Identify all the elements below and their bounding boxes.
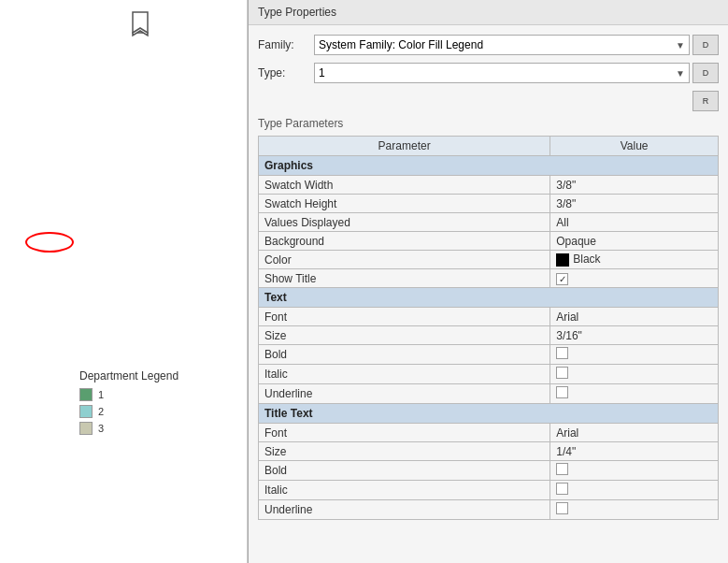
table-row: Swatch Height3/8": [259, 195, 719, 213]
family-row: Family: System Family: Color Fill Legend…: [258, 35, 719, 55]
family-value: System Family: Color Fill Legend: [319, 38, 676, 51]
table-row: Swatch Width3/8": [259, 176, 719, 195]
legend-label-3: 3: [98, 423, 104, 434]
param-value-cell[interactable]: [550, 500, 719, 520]
checkbox[interactable]: [556, 386, 568, 398]
dept-legend: Department Legend 1 2 3: [79, 369, 178, 439]
type-row: Type: 1 ▼ D: [258, 63, 719, 83]
type-label: Type:: [258, 66, 314, 79]
param-name-cell: Swatch Height: [259, 195, 550, 213]
checkbox[interactable]: [556, 502, 568, 514]
checkbox[interactable]: [556, 483, 568, 495]
dept-legend-title: Department Legend: [79, 369, 178, 383]
param-value-cell[interactable]: [550, 461, 719, 481]
dropdown-arrow-icon: ▼: [676, 68, 685, 79]
legend-swatch-1: [79, 388, 93, 401]
color-swatch: [556, 253, 569, 267]
param-value-cell: Black: [550, 251, 719, 269]
dialog-body: Family: System Family: Color Fill Legend…: [249, 25, 728, 529]
type-parameters-label: Type Parameters: [258, 117, 719, 130]
param-name-cell: Show Title: [259, 269, 550, 288]
table-section-header: Graphics: [259, 156, 719, 176]
param-name-cell: Swatch Width: [259, 176, 550, 195]
param-value-cell: Arial: [550, 308, 719, 326]
canvas-area: Department Legend 1 2 3: [0, 0, 248, 563]
type-value: 1: [319, 66, 676, 79]
param-name-cell: Font: [259, 424, 550, 442]
table-section-header: Text: [259, 288, 719, 308]
legend-swatch-2: [79, 405, 93, 418]
section-header-label: Graphics: [259, 156, 719, 176]
family-select[interactable]: System Family: Color Fill Legend ▼: [314, 35, 690, 55]
param-name-cell: Underline: [259, 384, 550, 404]
table-row: Italic: [259, 365, 719, 384]
type-btn-right[interactable]: D: [692, 63, 719, 83]
section-header-label: Text: [259, 288, 719, 308]
section-header-label: Title Text: [259, 404, 719, 424]
family-btn-right[interactable]: D: [692, 35, 719, 55]
table-row: Underline: [259, 500, 719, 520]
family-label: Family:: [258, 38, 314, 51]
dialog-title: Type Properties: [249, 0, 728, 25]
table-row: Size1/4": [259, 442, 719, 461]
rename-button[interactable]: R: [692, 91, 719, 111]
param-name-cell: Values Displayed: [259, 213, 550, 232]
table-row: Italic: [259, 481, 719, 500]
param-name-cell: Bold: [259, 461, 550, 481]
param-value-cell: 1/4": [550, 442, 719, 461]
table-row: Size3/16": [259, 326, 719, 345]
param-name-cell: Color: [259, 251, 550, 269]
param-value-cell: Opaque: [550, 232, 719, 251]
param-value-cell[interactable]: ✓: [550, 269, 719, 288]
table-row: BackgroundOpaque: [259, 232, 719, 251]
dropdown-arrow-icon: ▼: [676, 40, 685, 51]
param-value-cell[interactable]: [550, 481, 719, 500]
param-name-cell: Underline: [259, 500, 550, 520]
legend-label-1: 1: [98, 389, 104, 400]
color-label: Black: [573, 253, 600, 266]
param-name-cell: Italic: [259, 365, 550, 384]
param-value-cell: Arial: [550, 424, 719, 442]
parameters-table: Parameter Value GraphicsSwatch Width3/8"…: [258, 136, 719, 520]
table-row: Values DisplayedAll: [259, 213, 719, 232]
col-header-parameter: Parameter: [259, 137, 550, 156]
type-select[interactable]: 1 ▼: [314, 63, 690, 83]
param-name-cell: Background: [259, 232, 550, 251]
param-value-cell: 3/16": [550, 326, 719, 345]
param-name-cell: Size: [259, 442, 550, 461]
table-row: Bold: [259, 345, 719, 365]
col-header-value: Value: [550, 137, 719, 156]
table-row: Show Title✓: [259, 269, 719, 288]
list-item: 1: [79, 388, 178, 401]
param-value-cell[interactable]: [550, 384, 719, 404]
table-row: ColorBlack: [259, 251, 719, 269]
type-properties-dialog: Type Properties Family: System Family: C…: [248, 0, 728, 563]
table-row: Bold: [259, 461, 719, 481]
list-item: 2: [79, 405, 178, 418]
checkbox[interactable]: [556, 463, 568, 475]
param-value-cell: 3/8": [550, 195, 719, 213]
param-name-cell: Italic: [259, 481, 550, 500]
checkbox[interactable]: [556, 367, 568, 379]
param-value-cell: 3/8": [550, 176, 719, 195]
table-row: FontArial: [259, 308, 719, 326]
checkbox[interactable]: [556, 347, 568, 359]
checkbox[interactable]: ✓: [556, 273, 568, 285]
list-item: 3: [79, 422, 178, 435]
legend-label-2: 2: [98, 406, 104, 417]
legend-swatch-3: [79, 422, 93, 435]
table-row: FontArial: [259, 424, 719, 442]
param-name-cell: Size: [259, 326, 550, 345]
param-value-cell[interactable]: [550, 365, 719, 384]
param-name-cell: Font: [259, 308, 550, 326]
param-value-cell: All: [550, 213, 719, 232]
bookmark-icon: [131, 11, 150, 37]
table-row: Underline: [259, 384, 719, 404]
table-section-header: Title Text: [259, 404, 719, 424]
param-name-cell: Bold: [259, 345, 550, 365]
param-value-cell[interactable]: [550, 345, 719, 365]
